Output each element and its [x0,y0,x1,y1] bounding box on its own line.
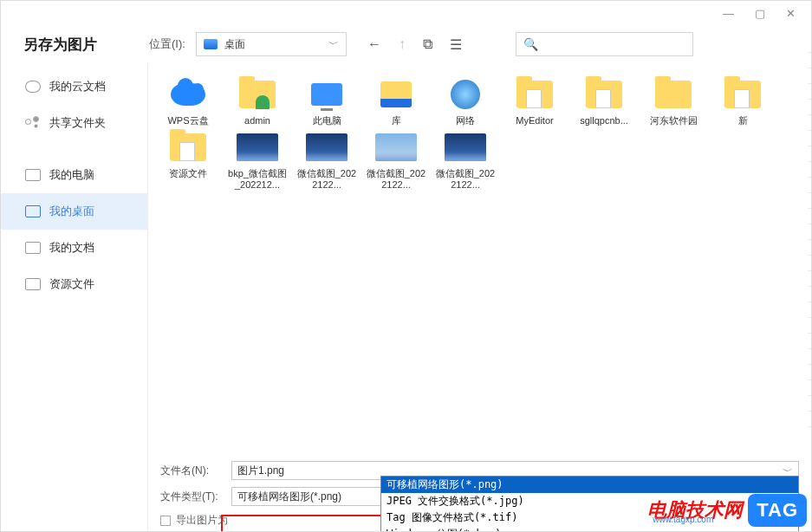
file-label: 新 [738,115,748,127]
file-label: admin [244,115,270,127]
body: 我的云文档 共享文件夹 我的电脑 我的桌面 我的文档 资源文件 [1,63,811,531]
file-label: 微信截图_2022122... [434,168,497,191]
location-label: 位置(I): [149,36,185,52]
location-value: 桌面 [224,37,322,52]
folder-icon [724,81,761,108]
up-icon[interactable]: ↑ [399,36,406,52]
sidebar-item-label: 资源文件 [49,276,94,292]
file-label: 微信截图_2022122... [296,168,358,191]
filetype-value: 可移植网络图形(*.png) [237,490,341,504]
file-item-wps[interactable]: WPS云盘 [157,77,219,127]
export-label: 导出图片为 [176,513,228,528]
back-icon[interactable]: ← [367,36,381,52]
file-item-network[interactable]: 网络 [434,77,497,127]
file-item-sgllqpcnb[interactable]: sgllqpcnb... [573,77,635,127]
file-label: WPS云盘 [167,115,208,127]
folder-icon [25,278,41,290]
file-item-admin[interactable]: admin [226,77,289,127]
file-label: 此电脑 [313,115,341,127]
maximize-icon[interactable]: ▢ [755,7,765,20]
image-thumbnail-icon [375,133,417,161]
search-icon: 🔍 [523,37,538,51]
desktop-icon [25,205,41,217]
file-label: sgllqpcnb... [580,115,628,127]
file-item-thispc[interactable]: 此电脑 [296,77,358,127]
image-thumbnail-icon [306,133,348,161]
user-folder-icon [239,81,276,108]
sidebar-item-shared[interactable]: 共享文件夹 [1,105,147,141]
file-grid[interactable]: WPS云盘 admin 此电脑 库 网络 [148,63,811,205]
watermark-tag: TAG [748,494,807,527]
library-icon [380,81,412,107]
folder-icon [170,133,206,161]
file-label: 河东软件园 [650,115,698,127]
search-input[interactable]: 🔍 [516,32,693,56]
sidebar-item-clouddocs[interactable]: 我的云文档 [1,68,147,105]
folder-icon [655,81,692,108]
network-icon [451,80,480,109]
file-label: MyEditor [516,115,553,127]
chevron-down-icon: ﹀ [328,37,339,52]
location-dropdown[interactable]: 桌面 ﹀ [196,32,347,56]
sidebar-item-resources[interactable]: 资源文件 [1,266,147,302]
file-label: 微信截图_2022122... [365,168,427,191]
sidebar: 我的云文档 共享文件夹 我的电脑 我的桌面 我的文档 资源文件 [1,63,148,531]
file-label: bkp_微信截图_202212... [226,168,289,191]
file-label: 库 [392,115,401,127]
file-item-library[interactable]: 库 [365,77,427,127]
dropdown-option-png[interactable]: 可移植网络图形(*.png) [381,477,798,493]
file-item-resources[interactable]: 资源文件 [157,130,219,191]
filename-label: 文件名(N): [160,464,224,478]
pc-icon [25,169,41,181]
filetype-label: 文件类型(T): [160,490,224,504]
sidebar-item-label: 共享文件夹 [49,115,106,131]
filename-value: 图片1.png [237,464,284,478]
watermark: 电脑技术网 www.tagxp.com TAG [647,494,807,527]
file-item-image[interactable]: 微信截图_2022122... [296,130,358,191]
share-icon [25,117,41,129]
folder-icon [586,81,622,108]
image-thumbnail-icon [445,133,486,161]
folder-icon [516,81,553,108]
image-thumbnail-icon [237,133,278,161]
sidebar-item-mydocs[interactable]: 我的文档 [1,230,147,266]
view-icon[interactable]: ☰ [450,36,462,53]
computer-icon [311,83,342,106]
header-row: 另存为图片 位置(I): 桌面 ﹀ ← ↑ ⧉ ☰ 🔍 [1,25,811,63]
desktop-icon [204,39,218,49]
sidebar-item-mypc[interactable]: 我的电脑 [1,157,147,193]
close-icon[interactable]: ✕ [786,7,796,20]
ruler-edge [808,52,812,428]
newfolder-icon[interactable]: ⧉ [423,36,432,52]
sidebar-item-desktop[interactable]: 我的桌面 [1,193,147,230]
file-item-new[interactable]: 新 [711,77,774,127]
file-item-image[interactable]: bkp_微信截图_202212... [226,130,289,191]
export-checkbox[interactable] [160,516,171,526]
sidebar-item-label: 我的云文档 [49,79,106,94]
wps-cloud-icon [171,83,205,106]
document-icon [25,242,41,254]
cloud-icon [25,81,41,93]
file-item-image[interactable]: 微信截图_2022122... [365,130,427,191]
sidebar-item-label: 我的桌面 [49,204,94,219]
save-as-dialog: — ▢ ✕ 另存为图片 位置(I): 桌面 ﹀ ← ↑ ⧉ ☰ 🔍 我的云文档 [0,0,812,532]
watermark-url: www.tagxp.com [653,515,713,524]
minimize-icon[interactable]: — [723,7,734,20]
file-item-image[interactable]: 微信截图_2022122... [434,130,497,191]
sidebar-item-label: 我的电脑 [49,167,94,183]
file-label: 网络 [456,115,475,127]
dialog-title: 另存为图片 [23,35,97,55]
nav-icons: ← ↑ ⧉ ☰ [367,36,462,53]
file-label: 资源文件 [169,168,207,179]
file-browser: WPS云盘 admin 此电脑 库 网络 [148,63,811,531]
file-item-hedong[interactable]: 河东软件园 [642,77,705,127]
file-item-myeditor[interactable]: MyEditor [503,77,566,127]
titlebar: — ▢ ✕ [1,1,811,25]
sidebar-item-label: 我的文档 [49,240,94,256]
